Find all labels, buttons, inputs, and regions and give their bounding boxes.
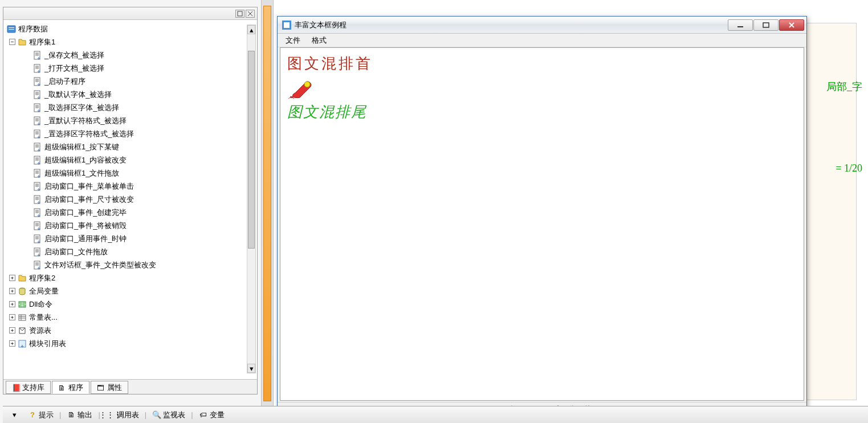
scroll-thumb[interactable]	[248, 51, 255, 249]
output-icon: 🗎	[67, 410, 76, 420]
tree-dll[interactable]: + ·↓· Dll命令	[7, 298, 254, 311]
tree-set1[interactable]: − 程序集1	[7, 35, 254, 48]
const-table-icon	[18, 313, 27, 322]
sub-program-icon	[33, 169, 42, 178]
panel-close-button[interactable]	[246, 10, 255, 18]
minimize-button[interactable]	[728, 19, 753, 31]
expander-plus-icon[interactable]: +	[9, 275, 15, 281]
tree-set1-label: 程序集1	[29, 35, 55, 48]
tree-const-label: 常量表...	[29, 311, 58, 324]
tree-item[interactable]: _保存文档_被选择	[7, 48, 254, 62]
dialog-title: 丰富文本框例程	[295, 20, 728, 30]
tab-support-lib[interactable]: 📕 支持库	[6, 381, 51, 394]
tab-properties-label: 属性	[107, 383, 122, 393]
panel-dock-button[interactable]	[235, 10, 244, 18]
toolbar-callstack[interactable]: ⋮⋮⋮ 调用表	[103, 409, 142, 421]
tree-item[interactable]: 启动窗口_事件_菜单被单击	[7, 180, 254, 193]
scroll-up-button[interactable]: ▴	[247, 25, 255, 34]
svg-rect-29	[763, 23, 769, 27]
svg-text:·↓·: ·↓·	[18, 300, 26, 308]
module-icon	[18, 38, 27, 47]
sub-program-icon	[33, 51, 42, 60]
tree-mod-label: 模块引用表	[29, 337, 66, 350]
dialog-titlebar[interactable]: 丰富文本框例程	[278, 17, 806, 34]
tree-item[interactable]: 启动窗口_事件_尺寸被改变	[7, 193, 254, 206]
project-tree-panel: 程序数据 − 程序集1 _保存文档_被选择_打开文档_被选择_启动子程序_取默认…	[3, 7, 258, 394]
tree-item[interactable]: 文件对话框_事件_文件类型被改变	[7, 258, 254, 271]
sub-program-icon	[33, 221, 42, 230]
tree-item-label: 超级编辑框1_按下某键	[44, 140, 119, 153]
toolbar-output[interactable]: 🗎 输出	[63, 409, 96, 421]
tree-item[interactable]: _置选择区字符格式_被选择	[7, 127, 254, 140]
tag-icon: 🏷	[199, 410, 208, 420]
tree-set2[interactable]: + 程序集2	[7, 271, 254, 284]
side-label-local: 局部_字	[826, 80, 862, 93]
close-button[interactable]	[779, 19, 804, 31]
tree-dll-label: Dll命令	[29, 298, 52, 311]
tree-item-label: _打开文档_被选择	[44, 62, 104, 75]
svg-rect-27	[284, 22, 290, 28]
tree-item[interactable]: 启动窗口_通用事件_时钟	[7, 232, 254, 245]
tree-item[interactable]: 启动窗口_文件拖放	[7, 245, 254, 258]
toolbar-arrow[interactable]: ▾	[6, 409, 22, 421]
tree-item-label: 启动窗口_通用事件_时钟	[44, 232, 127, 245]
program-data-icon	[7, 25, 16, 34]
tree-const[interactable]: + 常量表...	[7, 311, 254, 324]
tree-item-label: 启动窗口_事件_将被销毁	[44, 219, 127, 232]
tree-res[interactable]: + 资源表	[7, 324, 254, 337]
separator: |	[191, 410, 193, 419]
tree-item[interactable]: 超级编辑框1_文件拖放	[7, 166, 254, 180]
toolbar-vars[interactable]: 🏷 变量	[195, 409, 228, 421]
maximize-button[interactable]	[753, 19, 779, 31]
expander-plus-icon[interactable]: +	[9, 288, 15, 294]
form-selection-bar	[263, 6, 271, 401]
tree-item[interactable]: _取默认字体_被选择	[7, 88, 254, 101]
sub-program-icon	[33, 261, 42, 270]
tree-item-label: _启动子程序	[44, 75, 85, 88]
menu-file[interactable]: 文件	[281, 34, 305, 47]
menu-format[interactable]: 格式	[307, 34, 331, 47]
rich-text-area[interactable]: 图文混排首 图文混排尾	[280, 47, 804, 401]
toolbar-hint-label: 提示	[39, 410, 54, 420]
tree-item[interactable]: _打开文档_被选择	[7, 62, 254, 75]
tree-item-label: 启动窗口_文件拖放	[44, 245, 108, 258]
expander-minus-icon[interactable]: −	[9, 39, 15, 45]
tree-item[interactable]: 启动窗口_事件_创建完毕	[7, 206, 254, 219]
expander-plus-icon[interactable]: +	[9, 327, 15, 333]
tree-item[interactable]: 启动窗口_事件_将被销毁	[7, 219, 254, 232]
tab-properties[interactable]: 🗔 属性	[91, 381, 128, 394]
tree-scrollbar[interactable]: ▴ ▾	[247, 25, 256, 373]
dll-icon: ·↓·	[18, 300, 27, 309]
tree-item[interactable]: _取选择区字体_被选择	[7, 101, 254, 114]
scroll-down-button[interactable]: ▾	[247, 364, 255, 373]
sub-program-icon	[33, 247, 42, 257]
tree-globals[interactable]: + 全局变量	[7, 284, 254, 298]
tree-root[interactable]: 程序数据	[7, 22, 254, 35]
menu-format-label: 格式	[312, 36, 327, 44]
sub-program-icon	[33, 182, 42, 191]
tree-item[interactable]: 超级编辑框1_内容被改变	[7, 153, 254, 166]
tree-item[interactable]: _启动子程序	[7, 75, 254, 88]
tree-item-label: 启动窗口_事件_创建完毕	[44, 206, 127, 219]
svg-rect-28	[737, 26, 743, 27]
scroll-track[interactable]	[247, 34, 255, 364]
expander-plus-icon[interactable]: +	[9, 301, 15, 307]
module-icon	[18, 274, 27, 283]
toolbar-hint[interactable]: ? 提示	[25, 409, 57, 421]
toolbar-watch[interactable]: 🔍 监视表	[149, 409, 189, 421]
tree-item[interactable]: _置默认字符格式_被选择	[7, 114, 254, 127]
expander-plus-icon[interactable]: +	[9, 340, 15, 347]
svg-rect-3	[9, 29, 14, 30]
props-icon: 🗔	[97, 384, 105, 392]
expander-plus-icon[interactable]: +	[9, 314, 15, 320]
tree-item-label: 文件对话框_事件_文件类型被改变	[44, 258, 156, 271]
sub-program-icon	[33, 143, 42, 152]
tree-item-label: 超级编辑框1_内容被改变	[44, 153, 127, 166]
tree-item-label: _置默认字符格式_被选择	[44, 114, 127, 127]
tab-program[interactable]: 🗎 程序	[52, 381, 89, 394]
tree-item[interactable]: 超级编辑框1_按下某键	[7, 140, 254, 153]
tree-item-label: 启动窗口_事件_菜单被单击	[44, 180, 134, 193]
globals-icon	[18, 287, 27, 296]
app-icon	[282, 21, 291, 30]
tree-mod[interactable]: + 模块引用表	[7, 337, 254, 350]
